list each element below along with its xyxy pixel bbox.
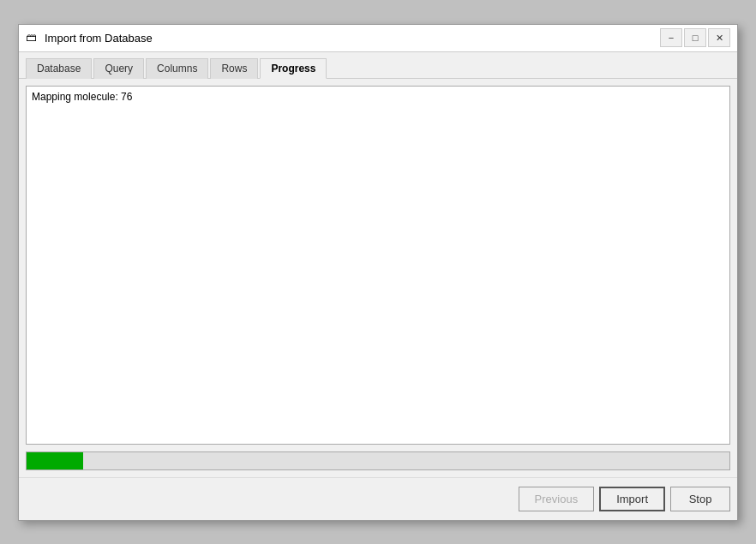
minimize-button[interactable]: − — [660, 28, 682, 47]
log-area[interactable]: Mapping molecule: 76 — [26, 86, 730, 445]
log-text: Mapping molecule: 76 — [32, 91, 132, 103]
tab-bar: Database Query Columns Rows Progress — [19, 52, 737, 79]
maximize-button[interactable]: □ — [684, 28, 706, 47]
close-button[interactable]: ✕ — [708, 28, 730, 47]
main-window: 🗃 Import from Database − □ ✕ Database Qu… — [18, 24, 738, 521]
window-title: Import from Database — [45, 32, 660, 45]
title-bar: 🗃 Import from Database − □ ✕ — [19, 25, 737, 52]
title-bar-controls: − □ ✕ — [660, 28, 730, 47]
import-button[interactable]: Import — [599, 487, 665, 511]
tab-query[interactable]: Query — [93, 58, 144, 79]
previous-button[interactable]: Previous — [519, 487, 595, 511]
tab-rows[interactable]: Rows — [210, 58, 258, 79]
stop-button[interactable]: Stop — [670, 487, 730, 511]
tab-database[interactable]: Database — [26, 58, 92, 79]
button-bar: Previous Import Stop — [19, 477, 737, 520]
tab-columns[interactable]: Columns — [146, 58, 208, 79]
window-icon: 🗃 — [26, 31, 39, 45]
content-area: Mapping molecule: 76 — [19, 79, 737, 477]
progress-container — [26, 451, 730, 470]
progress-bar — [27, 452, 83, 469]
tab-progress[interactable]: Progress — [260, 58, 327, 79]
